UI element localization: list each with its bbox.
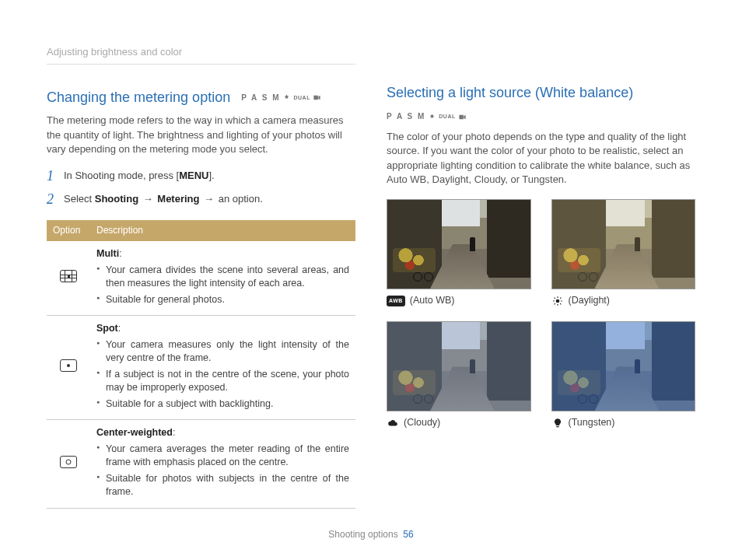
th-option: Option — [47, 220, 90, 241]
mode-icons: P A S M DUAL — [387, 111, 467, 122]
scene-icon — [282, 93, 291, 102]
metering-table: Option Description Multi: Your camera di… — [47, 220, 355, 508]
table-row: Spot: Your camera measures only the ligh… — [47, 316, 355, 420]
section-title-wb: Selecting a light source (White balance) — [387, 83, 695, 103]
wb-thumb-tungsten — [551, 321, 696, 411]
wb-grid: AWB Auto WB Daylight Cloud — [387, 199, 695, 430]
svg-line-7 — [554, 303, 555, 304]
left-column: Adjusting brightness and color Changing … — [47, 45, 355, 509]
th-description: Description — [90, 220, 355, 241]
steps-list: In Shooting mode, press [MENU]. Select S… — [47, 169, 355, 206]
sun-icon — [551, 296, 564, 306]
center-weighted-icon — [60, 456, 77, 468]
wb-item-cloudy: Cloudy — [387, 321, 531, 430]
wb-thumb-auto — [387, 199, 531, 289]
step-1: In Shooting mode, press [MENU]. — [47, 169, 355, 183]
page-number: 56 — [403, 529, 413, 540]
section-title-metering: Changing the metering option P A S M DUA… — [47, 88, 355, 107]
bulb-icon — [551, 418, 564, 429]
menu-keyword: MENU — [179, 170, 208, 181]
title-text: Selecting a light source (White balance) — [387, 83, 633, 103]
footer-section: Shooting options — [328, 529, 397, 540]
mode-letters: P A S M — [387, 111, 425, 122]
dual-icon: DUAL — [439, 113, 455, 121]
wb-item-daylight: Daylight — [551, 199, 696, 308]
scene-icon — [428, 113, 436, 121]
page-footer: Shooting options 56 — [0, 528, 742, 541]
table-row: Multi: Your camera divides the scene int… — [47, 241, 355, 316]
svg-line-6 — [560, 303, 561, 304]
video-icon — [313, 93, 321, 102]
cloud-icon — [387, 418, 399, 429]
breadcrumb: Adjusting brightness and color — [47, 45, 355, 65]
awb-icon: AWB — [387, 296, 405, 306]
step-2: Select Shooting → Metering → an option. — [47, 192, 355, 206]
metering-intro: The metering mode refers to the way in w… — [47, 114, 355, 156]
wb-thumb-daylight — [551, 199, 696, 289]
wb-intro: The color of your photo depends on the t… — [387, 130, 695, 187]
wb-item-auto: AWB Auto WB — [387, 199, 531, 308]
mode-letters: P A S M — [241, 93, 280, 103]
multi-metering-icon — [60, 270, 77, 282]
wb-thumb-cloudy — [387, 321, 531, 411]
dual-icon: DUAL — [293, 94, 310, 102]
svg-line-5 — [554, 297, 555, 298]
mode-icons: P A S M DUAL — [241, 93, 321, 103]
svg-point-0 — [555, 299, 559, 303]
title-text: Changing the metering option — [47, 88, 230, 107]
video-icon — [458, 113, 467, 121]
wb-item-tungsten: Tungsten — [551, 321, 696, 430]
right-column: Selecting a light source (White balance)… — [387, 45, 695, 509]
spot-metering-icon — [60, 359, 77, 372]
svg-line-8 — [560, 297, 561, 298]
table-row: Center-weighted: Your camera averages th… — [47, 420, 355, 509]
